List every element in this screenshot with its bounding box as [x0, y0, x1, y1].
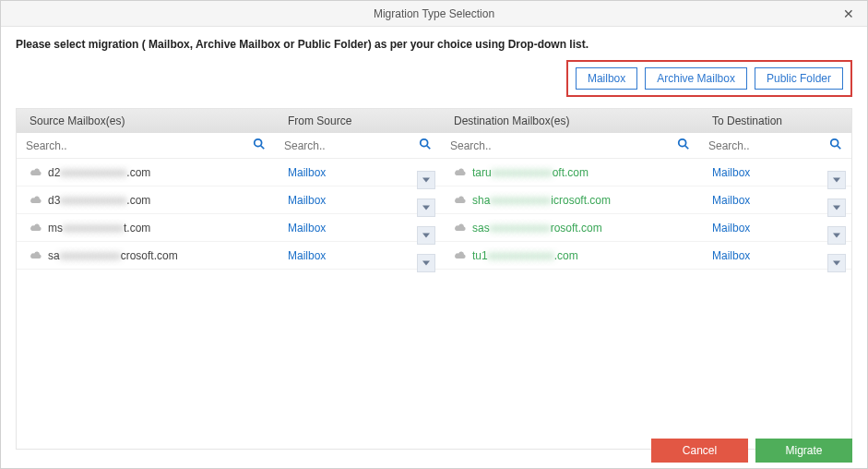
to-destination-cell: Mailbox — [699, 222, 851, 234]
to-destination-value: Mailbox — [712, 222, 750, 234]
source-mailbox-name: d3xxxxxxxxxxxx.com — [48, 194, 150, 207]
cloud-icon — [454, 166, 467, 179]
archive-mailbox-type-button[interactable]: Archive Mailbox — [645, 67, 747, 90]
col-source-mailbox: Source Mailbox(es) — [17, 114, 275, 127]
close-icon: ✕ — [843, 6, 854, 21]
svg-point-2 — [421, 139, 428, 147]
type-button-highlight: Mailbox Archive Mailbox Public Folder — [566, 60, 852, 97]
from-source-value: Mailbox — [288, 249, 326, 262]
search-to-input[interactable] — [708, 139, 826, 152]
destination-mailbox-cell: shaxxxxxxxxxxxicrosoft.com — [441, 194, 699, 207]
close-button[interactable]: ✕ — [830, 1, 867, 27]
cloud-icon — [454, 194, 467, 207]
from-source-cell: Mailbox — [275, 222, 441, 234]
window-title: Migration Type Selection — [374, 7, 494, 20]
from-source-value: Mailbox — [288, 166, 326, 179]
to-destination-value: Mailbox — [712, 166, 750, 179]
to-destination-dropdown[interactable] — [827, 198, 846, 217]
search-from-input[interactable] — [284, 139, 415, 152]
search-to-cell — [699, 133, 851, 158]
cloud-icon — [30, 194, 42, 207]
destination-mailbox-cell: tu1xxxxxxxxxxxx.com — [441, 249, 699, 262]
destination-mailbox-cell: sasxxxxxxxxxxxrosoft.com — [441, 222, 699, 234]
search-row — [17, 133, 851, 159]
table-row: msxxxxxxxxxxxt.comMailboxsasxxxxxxxxxxxr… — [17, 214, 851, 242]
cloud-icon — [454, 222, 467, 234]
from-source-dropdown[interactable] — [417, 226, 435, 245]
migrate-button[interactable]: Migrate — [755, 439, 852, 463]
destination-mailbox-name: sasxxxxxxxxxxxrosoft.com — [472, 222, 602, 234]
from-source-value: Mailbox — [288, 194, 326, 207]
table-row: saxxxxxxxxxxxcrosoft.comMailboxtu1xxxxxx… — [17, 242, 851, 270]
footer: Cancel Migrate — [1, 433, 867, 468]
svg-point-6 — [831, 139, 838, 147]
destination-mailbox-cell: taruxxxxxxxxxxxoft.com — [441, 166, 699, 179]
search-icon[interactable] — [826, 138, 846, 153]
source-mailbox-cell: d2xxxxxxxxxxxx.com — [17, 166, 275, 179]
col-from-source: From Source — [275, 114, 441, 127]
svg-line-5 — [685, 146, 689, 150]
search-source-cell — [17, 133, 275, 158]
search-source-input[interactable] — [26, 139, 249, 152]
to-destination-value: Mailbox — [712, 194, 750, 207]
table-row: d3xxxxxxxxxxxx.comMailboxshaxxxxxxxxxxxi… — [17, 186, 851, 214]
svg-line-1 — [261, 146, 265, 150]
migration-table: Source Mailbox(es) From Source Destinati… — [16, 108, 852, 450]
to-destination-cell: Mailbox — [699, 166, 851, 179]
search-icon[interactable] — [249, 138, 269, 153]
titlebar: Migration Type Selection ✕ — [1, 1, 867, 27]
from-source-dropdown[interactable] — [417, 198, 435, 217]
source-mailbox-name: msxxxxxxxxxxxt.com — [48, 222, 150, 234]
cloud-icon — [30, 166, 42, 179]
svg-line-7 — [838, 146, 841, 150]
destination-mailbox-name: taruxxxxxxxxxxxoft.com — [472, 166, 589, 179]
cloud-icon — [454, 249, 467, 262]
from-source-cell: Mailbox — [275, 166, 441, 179]
table-row: d2xxxxxxxxxxxx.comMailboxtaruxxxxxxxxxxx… — [17, 159, 851, 186]
cloud-icon — [30, 222, 42, 234]
svg-point-0 — [255, 139, 262, 147]
col-to-destination: To Destination — [699, 114, 851, 127]
destination-mailbox-name: tu1xxxxxxxxxxxx.com — [472, 249, 578, 262]
public-folder-type-button[interactable]: Public Folder — [755, 67, 843, 90]
mailbox-type-button[interactable]: Mailbox — [576, 67, 637, 90]
svg-point-4 — [679, 139, 686, 147]
col-destination-mailbox: Destination Mailbox(es) — [441, 114, 699, 127]
type-button-row: Mailbox Archive Mailbox Public Folder — [1, 51, 867, 108]
destination-mailbox-name: shaxxxxxxxxxxxicrosoft.com — [472, 194, 611, 207]
search-icon[interactable] — [415, 138, 435, 153]
source-mailbox-cell: d3xxxxxxxxxxxx.com — [17, 194, 275, 207]
svg-line-3 — [427, 146, 431, 150]
to-destination-dropdown[interactable] — [827, 254, 846, 272]
cloud-icon — [30, 249, 42, 262]
source-mailbox-name: saxxxxxxxxxxxcrosoft.com — [48, 249, 178, 262]
from-source-value: Mailbox — [288, 222, 326, 234]
from-source-cell: Mailbox — [275, 194, 441, 207]
search-destination-cell — [441, 133, 699, 158]
to-destination-value: Mailbox — [712, 249, 750, 262]
to-destination-dropdown[interactable] — [827, 171, 846, 189]
to-destination-dropdown[interactable] — [827, 226, 846, 245]
from-source-dropdown[interactable] — [417, 171, 435, 189]
to-destination-cell: Mailbox — [699, 194, 851, 207]
source-mailbox-cell: saxxxxxxxxxxxcrosoft.com — [17, 249, 275, 262]
source-mailbox-name: d2xxxxxxxxxxxx.com — [48, 166, 150, 179]
from-source-cell: Mailbox — [275, 249, 441, 262]
instruction-text: Please select migration ( Mailbox, Archi… — [1, 27, 867, 51]
cancel-button[interactable]: Cancel — [651, 439, 748, 463]
search-from-cell — [275, 133, 441, 158]
from-source-dropdown[interactable] — [417, 254, 435, 272]
search-icon[interactable] — [673, 138, 694, 153]
source-mailbox-cell: msxxxxxxxxxxxt.com — [17, 222, 275, 234]
search-destination-input[interactable] — [450, 139, 673, 152]
to-destination-cell: Mailbox — [699, 249, 851, 262]
table-header: Source Mailbox(es) From Source Destinati… — [17, 109, 851, 133]
